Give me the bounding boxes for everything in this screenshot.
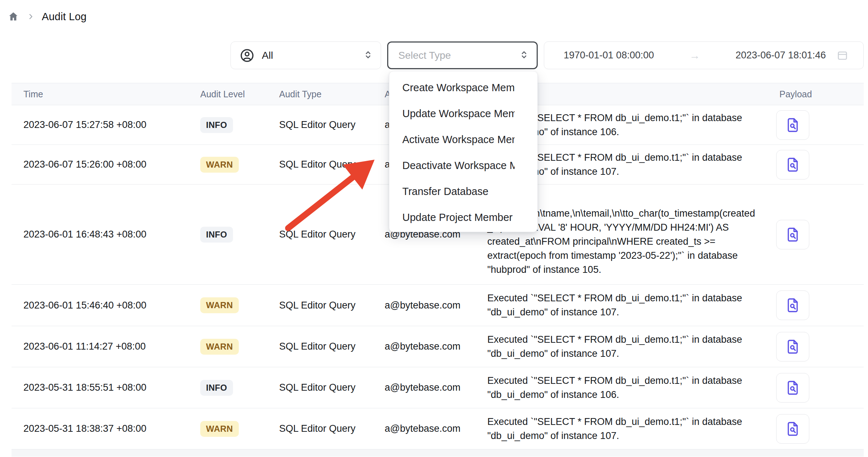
cell-audit-level: WARN [200,145,239,184]
cell-actor: a@bytebase.com [385,367,461,408]
menu-item-transfer-database[interactable]: Transfer Database [389,178,537,204]
type-select-placeholder: Select Type [398,50,451,61]
status-badge: WARN [200,157,239,173]
status-badge: INFO [200,380,233,396]
cell-time: 2023-06-01 16:48:43 +08:00 [23,185,147,284]
view-payload-button[interactable] [776,414,809,444]
calendar-icon [836,49,849,62]
date-range-start[interactable]: 1970-01-01 08:00:00 [564,50,654,61]
cell-audit-type: SQL Editor Query [279,105,355,145]
view-payload-button[interactable] [776,373,809,403]
filter-bar: All Select Type 1970-01-01 08:00:00 → 20… [231,41,864,69]
table-row: 2023-06-01 15:46:40 +08:00 WARN SQL Edit… [12,285,864,326]
menu-item-update-project-member-role[interactable]: Update Project Member Role [389,204,537,230]
table-row: 2023-05-31 18:38:37 +08:00 WARN SQL Edit… [12,408,864,449]
cell-actor: a@bytebase.com [385,326,461,367]
cell-payload [776,285,809,326]
menu-item-deactivate-workspace-member[interactable]: Deactivate Workspace Member [389,152,537,178]
cell-payload [776,145,809,184]
select-updown-icon [363,49,373,62]
menu-item-create-workspace-member[interactable]: Create Workspace Member [389,75,537,101]
status-badge: WARN [200,339,239,355]
cell-payload [776,408,809,449]
view-payload-button[interactable] [776,220,809,249]
table-row: 2023-06-01 11:14:27 +08:00 WARN SQL Edit… [12,326,864,367]
cell-actor: a@bytebase.com [385,408,461,449]
page-title: Audit Log [42,11,86,23]
cell-audit-level: WARN [200,326,239,367]
cell-comment: Executed `"SELECT * FROM db_ui_demo.t1;"… [487,408,760,449]
audit-log-page: Audit Log All Select Type 1970-01-01 08:… [0,0,868,457]
cell-audit-type: SQL Editor Query [279,145,355,184]
date-range-picker[interactable]: 1970-01-01 08:00:00 → 2023-06-07 18:01:4… [544,41,864,69]
column-header-level: Audit Level [200,83,245,105]
table-row: 2023-05-31 18:55:51 +08:00 INFO SQL Edit… [12,367,864,408]
type-select[interactable]: Select Type [387,41,538,69]
status-badge: INFO [200,227,233,243]
cell-audit-level: INFO [200,105,233,145]
view-payload-button[interactable] [776,332,809,361]
cell-audit-level: INFO [200,367,233,408]
cell-time: 2023-05-31 18:55:51 +08:00 [23,367,147,408]
next-row-partial [12,449,864,457]
cell-audit-type: SQL Editor Query [279,285,355,326]
cell-audit-level: WARN [200,285,239,326]
cell-payload [776,185,809,284]
cell-time: 2023-06-01 15:46:40 +08:00 [23,285,147,326]
cell-audit-type: SQL Editor Query [279,185,355,284]
select-updown-icon [519,49,529,62]
status-badge: WARN [200,297,239,313]
breadcrumb: Audit Log [7,9,86,25]
cell-audit-type: SQL Editor Query [279,408,355,449]
user-scope-value: All [262,50,273,61]
home-icon[interactable] [7,10,19,23]
date-range-arrow-icon: → [654,49,736,62]
cell-actor: a@bytebase.com [385,285,461,326]
cell-comment: Executed `"SELECT * FROM db_ui_demo.t1;"… [487,326,760,367]
user-circle-icon [240,48,255,63]
cell-payload [776,367,809,408]
user-scope-select[interactable]: All [231,41,381,69]
cell-time: 2023-06-07 15:26:00 +08:00 [23,145,147,184]
cell-audit-level: INFO [200,185,233,284]
column-header-time: Time [23,83,43,105]
status-badge: INFO [200,117,233,133]
cell-payload [776,326,809,367]
menu-item-update-workspace-member[interactable]: Update Workspace Member [389,101,537,127]
view-payload-button[interactable] [776,290,809,320]
cell-time: 2023-05-31 18:38:37 +08:00 [23,408,147,449]
cell-payload [776,105,809,145]
type-select-menu: Create Workspace Member Update Workspace… [389,71,538,232]
cell-audit-type: SQL Editor Query [279,326,355,367]
view-payload-button[interactable] [776,150,809,179]
cell-time: 2023-06-07 15:27:58 +08:00 [23,105,147,145]
cell-time: 2023-06-01 11:14:27 +08:00 [23,326,146,367]
cell-comment: Executed `"SELECT * FROM db_ui_demo.t1;"… [487,285,760,326]
date-range-end[interactable]: 2023-06-07 18:01:46 [735,50,826,61]
chevron-right-icon [27,13,35,21]
menu-item-activate-workspace-member[interactable]: Activate Workspace Member [389,127,537,152]
cell-audit-level: WARN [200,408,239,449]
column-header-type: Audit Type [279,83,322,105]
status-badge: WARN [200,421,239,437]
view-payload-button[interactable] [776,110,809,140]
cell-audit-type: SQL Editor Query [279,367,355,408]
column-header-payload: Payload [779,83,812,105]
cell-comment: Executed `"SELECT * FROM db_ui_demo.t1;"… [487,367,760,408]
